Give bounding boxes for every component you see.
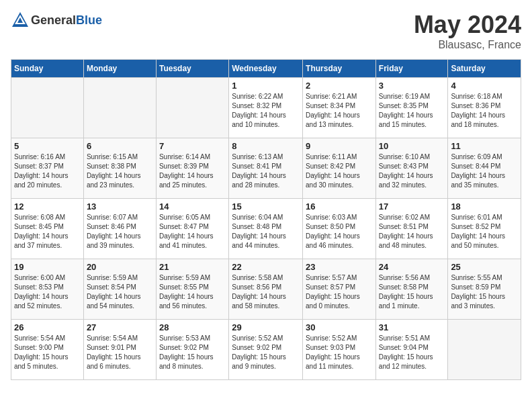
- calendar-cell: 18Sunrise: 6:01 AMSunset: 8:52 PMDayligh…: [448, 199, 521, 259]
- day-number: 9: [306, 141, 373, 151]
- day-number: 19: [14, 262, 81, 272]
- week-row-5: 26Sunrise: 5:54 AMSunset: 9:00 PMDayligh…: [11, 320, 521, 380]
- day-number: 24: [379, 262, 445, 272]
- weekday-header-thursday: Thursday: [303, 60, 376, 78]
- logo-icon: [11, 11, 30, 30]
- calendar-cell: 2Sunrise: 6:21 AMSunset: 8:34 PMDaylight…: [303, 78, 376, 138]
- calendar-cell: 5Sunrise: 6:16 AMSunset: 8:37 PMDaylight…: [11, 138, 84, 199]
- calendar-cell: 3Sunrise: 6:19 AMSunset: 8:35 PMDaylight…: [375, 78, 448, 138]
- day-info: Sunrise: 6:10 AMSunset: 8:43 PMDaylight:…: [379, 152, 445, 190]
- day-info: Sunrise: 6:13 AMSunset: 8:41 PMDaylight:…: [232, 152, 300, 190]
- day-number: 2: [306, 81, 373, 91]
- day-info: Sunrise: 6:02 AMSunset: 8:51 PMDaylight:…: [379, 213, 445, 250]
- day-number: 23: [306, 262, 373, 272]
- day-info: Sunrise: 5:53 AMSunset: 9:02 PMDaylight:…: [159, 334, 226, 371]
- weekday-header-tuesday: Tuesday: [156, 60, 228, 78]
- logo: GeneralBlue: [11, 11, 102, 30]
- weekday-header-saturday: Saturday: [448, 60, 521, 78]
- calendar-cell: 4Sunrise: 6:18 AMSunset: 8:36 PMDaylight…: [448, 78, 521, 138]
- calendar-cell: 25Sunrise: 5:55 AMSunset: 8:59 PMDayligh…: [448, 259, 521, 320]
- calendar-table: SundayMondayTuesdayWednesdayThursdayFrid…: [11, 59, 521, 380]
- day-info: Sunrise: 6:07 AMSunset: 8:46 PMDaylight:…: [87, 213, 153, 250]
- day-number: 15: [232, 201, 300, 212]
- week-row-4: 19Sunrise: 6:00 AMSunset: 8:53 PMDayligh…: [11, 259, 521, 320]
- calendar-cell: 30Sunrise: 5:52 AMSunset: 9:03 PMDayligh…: [303, 320, 376, 380]
- day-number: 22: [232, 262, 300, 272]
- calendar-cell: 13Sunrise: 6:07 AMSunset: 8:46 PMDayligh…: [83, 199, 156, 259]
- day-info: Sunrise: 6:03 AMSunset: 8:50 PMDaylight:…: [306, 213, 373, 250]
- day-info: Sunrise: 6:15 AMSunset: 8:38 PMDaylight:…: [87, 152, 153, 190]
- day-number: 1: [232, 81, 300, 91]
- calendar-cell: 9Sunrise: 6:11 AMSunset: 8:42 PMDaylight…: [303, 138, 376, 199]
- day-info: Sunrise: 5:56 AMSunset: 8:58 PMDaylight:…: [379, 273, 445, 311]
- day-info: Sunrise: 6:08 AMSunset: 8:45 PMDaylight:…: [14, 213, 81, 250]
- weekday-header-sunday: Sunday: [11, 60, 84, 78]
- day-info: Sunrise: 5:59 AMSunset: 8:54 PMDaylight:…: [87, 273, 153, 311]
- day-number: 10: [379, 141, 445, 151]
- day-number: 18: [451, 201, 518, 212]
- calendar-cell: 10Sunrise: 6:10 AMSunset: 8:43 PMDayligh…: [375, 138, 448, 199]
- day-info: Sunrise: 6:11 AMSunset: 8:42 PMDaylight:…: [306, 152, 373, 190]
- calendar-cell: 21Sunrise: 5:59 AMSunset: 8:55 PMDayligh…: [156, 259, 228, 320]
- day-number: 17: [379, 201, 445, 212]
- day-info: Sunrise: 5:52 AMSunset: 9:03 PMDaylight:…: [306, 334, 373, 371]
- calendar-cell: [156, 78, 228, 138]
- week-row-2: 5Sunrise: 6:16 AMSunset: 8:37 PMDaylight…: [11, 138, 521, 199]
- day-number: 20: [87, 262, 153, 272]
- calendar-cell: [448, 320, 521, 380]
- day-number: 8: [232, 141, 300, 151]
- logo-general-text: General: [31, 13, 76, 27]
- weekday-header-friday: Friday: [375, 60, 448, 78]
- calendar-cell: [11, 78, 84, 138]
- day-number: 6: [87, 141, 153, 151]
- week-row-3: 12Sunrise: 6:08 AMSunset: 8:45 PMDayligh…: [11, 199, 521, 259]
- day-info: Sunrise: 5:57 AMSunset: 8:57 PMDaylight:…: [306, 273, 373, 311]
- calendar-cell: 29Sunrise: 5:52 AMSunset: 9:02 PMDayligh…: [229, 320, 303, 380]
- calendar-cell: 8Sunrise: 6:13 AMSunset: 8:41 PMDaylight…: [229, 138, 303, 199]
- calendar-cell: 19Sunrise: 6:00 AMSunset: 8:53 PMDayligh…: [11, 259, 84, 320]
- calendar-cell: 16Sunrise: 6:03 AMSunset: 8:50 PMDayligh…: [303, 199, 376, 259]
- day-number: 28: [159, 322, 226, 332]
- day-info: Sunrise: 5:58 AMSunset: 8:56 PMDaylight:…: [232, 273, 300, 311]
- day-number: 27: [87, 322, 153, 332]
- day-number: 16: [306, 201, 373, 212]
- day-info: Sunrise: 6:05 AMSunset: 8:47 PMDaylight:…: [159, 213, 226, 250]
- day-info: Sunrise: 6:21 AMSunset: 8:34 PMDaylight:…: [306, 92, 373, 130]
- calendar-cell: 24Sunrise: 5:56 AMSunset: 8:58 PMDayligh…: [375, 259, 448, 320]
- day-number: 5: [14, 141, 81, 151]
- week-row-1: 1Sunrise: 6:22 AMSunset: 8:32 PMDaylight…: [11, 78, 521, 138]
- calendar-cell: 6Sunrise: 6:15 AMSunset: 8:38 PMDaylight…: [83, 138, 156, 199]
- weekday-header-monday: Monday: [83, 60, 156, 78]
- location-title: Blausasc, France: [414, 39, 521, 51]
- calendar-cell: [83, 78, 156, 138]
- logo-blue-text: Blue: [76, 13, 102, 27]
- title-block: May 2024 Blausasc, France: [414, 11, 521, 51]
- day-info: Sunrise: 6:19 AMSunset: 8:35 PMDaylight:…: [379, 92, 445, 130]
- calendar-cell: 22Sunrise: 5:58 AMSunset: 8:56 PMDayligh…: [229, 259, 303, 320]
- day-number: 13: [87, 201, 153, 212]
- day-info: Sunrise: 6:04 AMSunset: 8:48 PMDaylight:…: [232, 213, 300, 250]
- calendar-cell: 28Sunrise: 5:53 AMSunset: 9:02 PMDayligh…: [156, 320, 228, 380]
- day-info: Sunrise: 5:51 AMSunset: 9:04 PMDaylight:…: [379, 334, 445, 371]
- day-number: 4: [451, 81, 518, 91]
- day-number: 25: [451, 262, 518, 272]
- calendar-cell: 12Sunrise: 6:08 AMSunset: 8:45 PMDayligh…: [11, 199, 84, 259]
- day-number: 14: [159, 201, 226, 212]
- page-header: GeneralBlue May 2024 Blausasc, France: [11, 11, 521, 51]
- day-info: Sunrise: 6:01 AMSunset: 8:52 PMDaylight:…: [451, 213, 518, 250]
- calendar-cell: 7Sunrise: 6:14 AMSunset: 8:39 PMDaylight…: [156, 138, 228, 199]
- day-info: Sunrise: 6:00 AMSunset: 8:53 PMDaylight:…: [14, 273, 81, 311]
- day-info: Sunrise: 6:18 AMSunset: 8:36 PMDaylight:…: [451, 92, 518, 130]
- weekday-header-row: SundayMondayTuesdayWednesdayThursdayFrid…: [11, 60, 521, 78]
- month-title: May 2024: [414, 11, 521, 39]
- day-number: 29: [232, 322, 300, 332]
- calendar-cell: 1Sunrise: 6:22 AMSunset: 8:32 PMDaylight…: [229, 78, 303, 138]
- calendar-cell: 15Sunrise: 6:04 AMSunset: 8:48 PMDayligh…: [229, 199, 303, 259]
- calendar-cell: 26Sunrise: 5:54 AMSunset: 9:00 PMDayligh…: [11, 320, 84, 380]
- calendar-cell: 11Sunrise: 6:09 AMSunset: 8:44 PMDayligh…: [448, 138, 521, 199]
- day-info: Sunrise: 5:55 AMSunset: 8:59 PMDaylight:…: [451, 273, 518, 311]
- day-info: Sunrise: 6:22 AMSunset: 8:32 PMDaylight:…: [232, 92, 300, 130]
- calendar-cell: 27Sunrise: 5:54 AMSunset: 9:01 PMDayligh…: [83, 320, 156, 380]
- day-number: 21: [159, 262, 226, 272]
- calendar-cell: 23Sunrise: 5:57 AMSunset: 8:57 PMDayligh…: [303, 259, 376, 320]
